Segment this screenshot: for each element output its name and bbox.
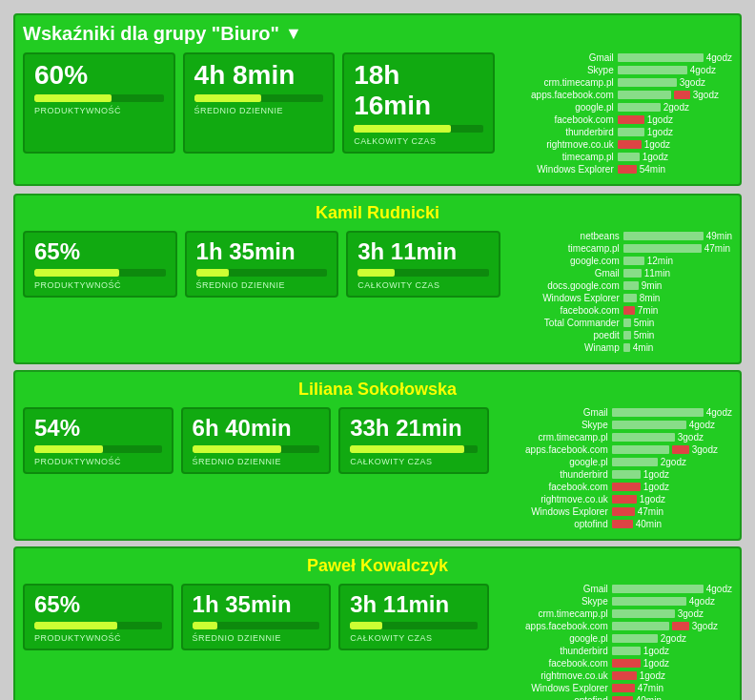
group-totaltime-bar-bg (354, 125, 483, 133)
chart-row: Skype 4godz (499, 420, 732, 430)
group-header: Wskaźniki dla grupy "Biuro" ▼ (23, 23, 732, 45)
chart-bar-wrap: 2godz (618, 102, 689, 113)
chart-bar-green (623, 331, 631, 340)
chart-row: google.pl 2godz (499, 457, 732, 467)
chart-time: 1godz (644, 139, 670, 150)
chart-row: Skype 4godz (499, 596, 732, 607)
chart-bar-green (623, 232, 704, 240)
chart-bar-wrap: 7min (623, 305, 659, 316)
chart-app-name: google.pl (499, 633, 608, 644)
chart-time: 12min (647, 256, 673, 266)
chart-row: apps.facebook.com 3godz (499, 444, 732, 455)
chart-row: thunderbird 1godz (499, 469, 732, 480)
chart-row: google.pl 2godz (504, 102, 732, 113)
chart-time: 9min (642, 280, 663, 291)
chart-app-name: Skype (499, 420, 608, 430)
chart-app-name: thunderbird (499, 646, 608, 656)
chart-bar-wrap: 1godz (618, 152, 668, 162)
group-avgdaily-label: ŚREDNIO DZIENNIE (194, 106, 324, 115)
member-stats: 65% PRODUKTYWNOŚĆ 1h 35min ŚREDNIO DZIEN… (23, 584, 489, 650)
chart-bar-green (612, 470, 641, 479)
chart-app-name: Total Commander (510, 318, 620, 328)
chart-app-name: Gmail (510, 268, 620, 278)
chart-bar-red (612, 696, 633, 700)
chart-row: timecamp.pl 47min (510, 243, 732, 254)
chart-bar-green (623, 343, 630, 352)
chart-row: netbeans 49min (510, 231, 732, 241)
chart-app-name: thunderbird (504, 127, 614, 137)
member-name: Liliana Sokołowska (23, 380, 732, 400)
member-productivity-bar (34, 269, 119, 277)
member-section-2: Paweł Kowalczyk 65% PRODUKTYWNOŚĆ 1h 35m… (13, 546, 742, 700)
chart-bar-wrap: 3godz (612, 444, 718, 455)
chart-bar-red (618, 140, 642, 149)
chart-bar-wrap: 4godz (612, 584, 732, 594)
chart-app-name: Windows Explorer (510, 293, 620, 303)
chart-app-name: Skype (499, 596, 608, 607)
chart-row: poedit 5min (510, 330, 732, 340)
group-productivity-bar-bg (34, 94, 164, 102)
chart-bar-green (612, 458, 658, 466)
member-avgdaily-value: 1h 35min (196, 238, 328, 265)
member-avgdaily-bar-bg (193, 622, 320, 629)
chart-app-name: Windows Explorer (499, 506, 608, 517)
chart-time: 8min (640, 293, 661, 303)
chart-bar-green (612, 421, 686, 429)
member-section-0: Kamil Rudnicki 65% PRODUKTYWNOŚĆ 1h 35mi… (13, 194, 742, 364)
chart-bar-wrap: 40min (612, 695, 662, 700)
chart-bar-green (618, 91, 671, 99)
chart-time: 49min (706, 231, 732, 241)
chart-bar-red (612, 483, 641, 491)
chart-row: Gmail 4godz (499, 584, 732, 594)
chart-app-name: Windows Explorer (504, 164, 614, 175)
chart-row: google.pl 2godz (499, 633, 732, 644)
chart-bar-green (618, 128, 644, 136)
chart-row: google.com 12min (510, 256, 732, 266)
chart-row: Skype 4godz (504, 65, 732, 75)
chart-time: 40min (636, 519, 662, 529)
chart-app-name: Windows Explorer (499, 683, 608, 693)
chart-app-name: crm.timecamp.pl (499, 608, 608, 619)
member-productivity-value: 54% (34, 415, 162, 442)
chart-app-name: apps.facebook.com (499, 444, 608, 455)
chart-time: 4godz (689, 420, 715, 430)
member-totaltime-label: CAŁKOWITY CZAS (350, 457, 478, 466)
member-productivity-value: 65% (34, 238, 166, 265)
chart-bar-green (618, 103, 661, 112)
chart-app-name: facebook.com (499, 482, 608, 492)
member-chart: Gmail 4godz Skype 4godz crm.timecamp.pl (499, 407, 732, 531)
chart-bar-wrap: 54min (618, 164, 665, 175)
chart-bar-wrap: 1godz (612, 494, 665, 504)
chart-time: 3godz (680, 77, 705, 88)
chart-time: 1godz (640, 494, 665, 504)
chart-bar-wrap: 1godz (618, 127, 673, 137)
chart-bar-green (618, 78, 677, 87)
chart-bar-green (623, 269, 642, 278)
member-productivity-bar-bg (34, 269, 166, 277)
members-container: Kamil Rudnicki 65% PRODUKTYWNOŚĆ 1h 35mi… (6, 194, 749, 700)
chart-bar-red (672, 622, 689, 630)
chart-time: 3godz (692, 444, 718, 455)
chart-bar-green (612, 408, 704, 417)
chart-time: 40min (636, 695, 662, 700)
chart-row: rightmove.co.uk 1godz (499, 670, 732, 681)
chart-bar-red (612, 659, 641, 668)
member-content: 54% PRODUKTYWNOŚĆ 6h 40min ŚREDNIO DZIEN… (23, 407, 732, 531)
member-stats: 65% PRODUKTYWNOŚĆ 1h 35min ŚREDNIO DZIEN… (23, 231, 500, 298)
chart-app-name: facebook.com (510, 305, 620, 316)
chart-bar-wrap: 3godz (618, 90, 719, 100)
chart-row: Total Commander 5min (510, 318, 732, 328)
chart-time: 2godz (661, 457, 686, 467)
chart-time: 1godz (643, 469, 669, 480)
dropdown-icon[interactable]: ▼ (285, 24, 302, 44)
member-stats: 54% PRODUKTYWNOŚĆ 6h 40min ŚREDNIO DZIEN… (23, 407, 489, 474)
chart-bar-wrap: 3godz (618, 77, 705, 88)
chart-bar-wrap: 49min (623, 231, 732, 241)
member-totaltime-value: 3h 11min (350, 591, 478, 618)
member-totaltime-bar-bg (357, 269, 489, 277)
chart-bar-red (612, 684, 635, 692)
chart-row: Gmail 4godz (499, 407, 732, 418)
member-content: 65% PRODUKTYWNOŚĆ 1h 35min ŚREDNIO DZIEN… (23, 231, 732, 355)
group-totaltime-bar (354, 125, 451, 133)
chart-time: 1godz (647, 127, 673, 137)
